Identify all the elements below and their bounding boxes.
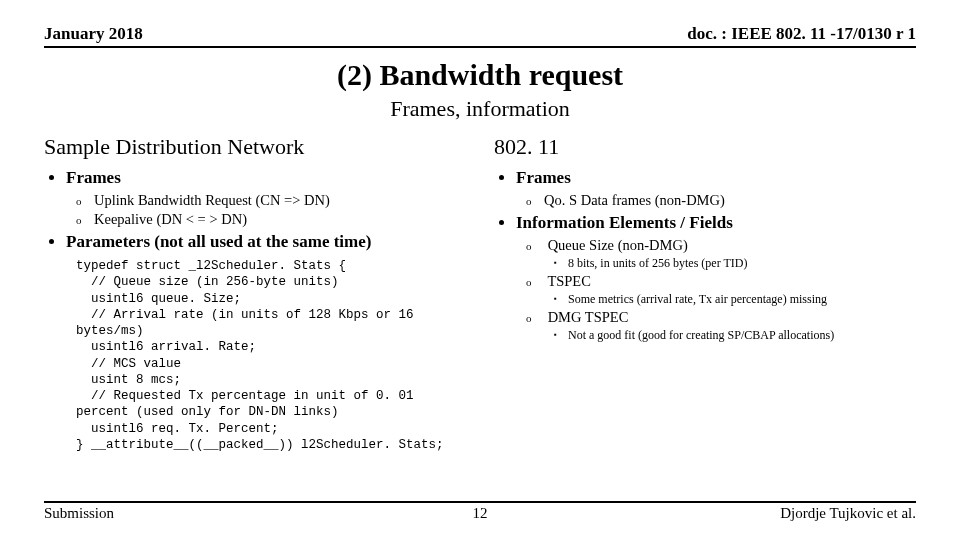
ie-queue-size-detail: 8 bits, in units of 256 bytes (per TID) [554,256,916,271]
ie-tspec-label: TSPEC [547,273,591,289]
left-sec-frames: Frames Uplink Bandwidth Request (CN => D… [66,168,466,228]
right-sec-frames: Frames Qo. S Data frames (non-DMG) [516,168,916,209]
footer-author: Djordje Tujkovic et al. [780,505,916,522]
page-subtitle: Frames, information [44,96,916,122]
code-block: typedef struct _l2Scheduler. Stats { // … [66,258,466,453]
left-column: Sample Distribution Network Frames Uplin… [44,134,466,457]
right-heading: 802. 11 [494,134,916,160]
ie-dmg-tspec: DMG TSPEC Not a good fit (good for creat… [526,309,916,343]
ie-tspec-detail: Some metrics (arrival rate, Tx air perce… [554,292,916,307]
columns: Sample Distribution Network Frames Uplin… [44,134,916,457]
ie-dmg-tspec-detail: Not a good fit (good for creating SP/CBA… [554,328,916,343]
header-docref: doc. : IEEE 802. 11 -17/0130 r 1 [687,24,916,44]
ie-queue-size: Queue Size (non-DMG) 8 bits, in units of… [526,237,916,271]
right-sec-frames-label: Frames [516,168,571,187]
footer-bar: Submission 12 Djordje Tujkovic et al. [44,501,916,522]
ie-queue-size-label: Queue Size (non-DMG) [548,237,688,253]
right-column: 802. 11 Frames Qo. S Data frames (non-DM… [494,134,916,457]
header-date: January 2018 [44,24,143,44]
slide: January 2018 doc. : IEEE 802. 11 -17/013… [0,0,960,540]
left-sec-params-label: Parameters (not all used at the same tim… [66,232,371,251]
right-sec-ie: Information Elements / Fields Queue Size… [516,213,916,343]
footer-page: 12 [473,505,488,522]
page-title: (2) Bandwidth request [44,58,916,92]
left-frame-uplink: Uplink Bandwidth Request (CN => DN) [76,192,466,209]
left-frame-keepalive: Keepalive (DN < = > DN) [76,211,466,228]
left-sec-params: Parameters (not all used at the same tim… [66,232,466,453]
ie-tspec: TSPEC Some metrics (arrival rate, Tx air… [526,273,916,307]
right-sec-ie-label: Information Elements / Fields [516,213,733,232]
header-bar: January 2018 doc. : IEEE 802. 11 -17/013… [44,24,916,48]
left-sec-frames-label: Frames [66,168,121,187]
right-frame-qos: Qo. S Data frames (non-DMG) [526,192,916,209]
footer-left: Submission [44,505,114,522]
left-heading: Sample Distribution Network [44,134,466,160]
ie-dmg-tspec-label: DMG TSPEC [548,309,629,325]
